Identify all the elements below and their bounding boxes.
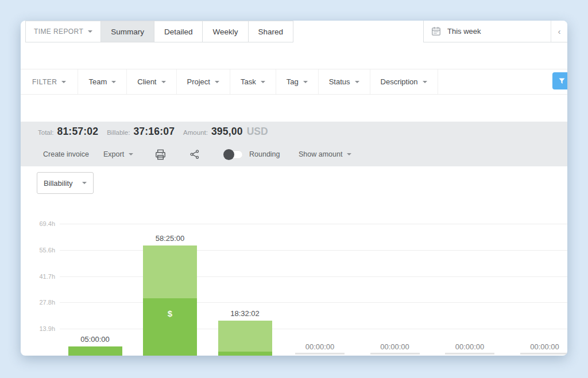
empty-bar-strip [520,353,568,354]
bar-slot: 00:00:00 [293,216,347,356]
filter-project[interactable]: Project [177,69,230,94]
filter-task[interactable]: Task [230,69,276,94]
filter-label: Tag [287,77,299,86]
report-type-label: TIME REPORT [34,28,83,36]
bar-slot: 00:00:00 [368,216,422,356]
group-by-label: Billability [44,179,73,188]
filter-menu-label: FILTER [32,78,57,86]
bar-value-label: 18:32:02 [210,309,281,318]
bar-slot: 18:32:02 [218,216,272,356]
filter-label: Status [329,77,350,86]
bar-value-label: 00:00:00 [359,342,431,351]
report-type-switcher[interactable]: TIME REPORT [25,21,101,42]
rounding-toggle[interactable] [224,150,243,159]
currency-label: USD [247,126,268,138]
bar-value-label: 00:00:00 [284,342,355,351]
date-range-panel: This week ‹ [423,21,567,42]
summary-band: Total: 81:57:02 Billable: 37:16:07 Amoun… [21,122,567,166]
export-label: Export [103,150,124,158]
chevron-down-icon [261,81,265,83]
total-value: 81:57:02 [57,126,99,138]
bar-segment-billable[interactable] [218,352,272,356]
chevron-left-icon: ‹ [558,26,561,36]
chevron-down-icon [61,81,66,83]
bar-segment-billable[interactable] [68,346,122,356]
amount-label: Amount: [183,129,208,136]
chevron-down-icon [161,81,166,83]
empty-bar-strip [295,353,345,354]
bar-slot: $58:25:00 [143,216,197,356]
bar-value-label: 05:00:00 [60,335,131,344]
tab-summary[interactable]: Summary [100,21,154,42]
totals-row: Total: 81:57:02 Billable: 37:16:07 Amoun… [38,126,268,138]
prev-period-button[interactable]: ‹ [551,21,567,42]
tab-weekly[interactable]: Weekly [202,21,248,42]
filter-label: Project [187,77,210,86]
date-range-picker[interactable]: This week [424,21,551,42]
toggle-knob [223,149,234,160]
date-range-label: This week [447,27,481,36]
billable-label: Billable: [107,129,130,136]
show-amount-dropdown[interactable]: Show amount [299,146,351,163]
y-axis-tick-label: 55.6h [21,247,55,254]
chevron-down-icon [303,81,308,83]
filter-label: Client [137,77,156,86]
billable-value: 37:16:07 [133,126,175,138]
filter-status[interactable]: Status [319,69,370,94]
chevron-down-icon [423,81,427,83]
actions-row: Create invoice Export [21,146,567,163]
filter-tag[interactable]: Tag [276,69,319,94]
report-card: TIME REPORT SummaryDetailedWeeklyShared … [21,21,567,356]
chevron-down-icon [129,153,133,155]
bar-slot: 05:00:00 [68,216,122,356]
empty-bar-strip [445,353,494,354]
bar-value-label: 58:25:00 [134,234,206,243]
filter-client[interactable]: Client [127,69,176,94]
funnel-icon [558,77,566,85]
print-button[interactable] [154,146,167,163]
create-invoice-button[interactable]: Create invoice [43,146,89,163]
filter-label: Description [381,77,418,86]
bar-segment-billable[interactable]: $ [143,298,197,356]
tab-group: TIME REPORT SummaryDetailedWeeklyShared [26,21,293,42]
filter-bar: FILTER TeamClientProjectTaskTagStatusDes… [21,69,567,95]
share-icon [189,149,200,160]
filter-team[interactable]: Team [78,69,127,94]
filter-description[interactable]: Description [370,69,438,94]
apply-filter-button[interactable] [552,72,567,89]
calendar-icon [431,26,442,37]
tab-detailed[interactable]: Detailed [154,21,203,42]
y-axis-tick-label: 13.9h [21,325,55,332]
y-axis-tick-label: 41.7h [21,273,55,280]
empty-bar-strip [370,353,420,354]
chevron-down-icon [215,81,219,83]
printer-icon [154,148,167,161]
chevron-down-icon [347,153,351,155]
bar-value-label: 00:00:00 [509,342,568,351]
bar-segment-not-billable[interactable] [143,245,197,298]
show-amount-label: Show amount [299,150,342,158]
filter-label: Task [241,77,256,86]
chevron-down-icon [82,182,87,184]
chevron-down-icon [88,30,92,33]
rounding-toggle-group: Rounding [224,146,280,163]
bar-segment-not-billable[interactable] [218,321,272,352]
chevron-down-icon [111,81,116,83]
y-axis-tick-label: 69.4h [21,220,55,227]
filter-label: Team [88,77,107,86]
export-dropdown[interactable]: Export [103,146,133,163]
group-by-select[interactable]: Billability [37,172,94,194]
bar-value-label: 00:00:00 [434,342,505,351]
tab-shared[interactable]: Shared [248,21,294,42]
page-background: TIME REPORT SummaryDetailedWeeklyShared … [0,0,588,378]
rounding-label: Rounding [249,150,280,158]
bar-slot: 00:00:00 [443,216,497,356]
share-button[interactable] [189,146,200,163]
chevron-down-icon [355,81,359,83]
billability-chart: 13.9h27.8h41.7h55.6h69.4h05:00:00$58:25:… [21,216,567,356]
filter-menu[interactable]: FILTER [21,69,78,94]
billable-dollar-marker: $ [143,309,197,318]
create-invoice-label: Create invoice [43,150,89,158]
amount-value: 395,00 [211,126,243,138]
y-axis-tick-label: 27.8h [21,299,55,306]
